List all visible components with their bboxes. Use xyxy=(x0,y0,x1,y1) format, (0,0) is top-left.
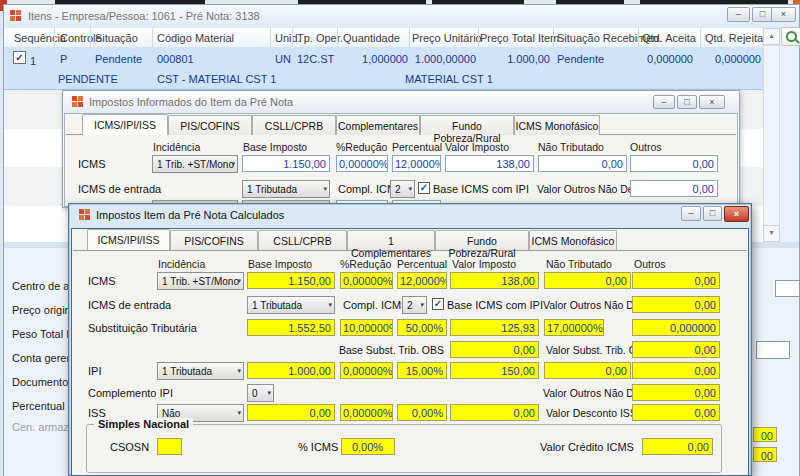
col-header-tp-oper[interactable]: Tp. Oper. xyxy=(297,32,343,44)
tab-1-complementares[interactable]: 1 Complementares xyxy=(347,230,435,250)
iss-outros-field[interactable]: 0,00 xyxy=(632,404,720,421)
ipi-valor-field[interactable]: 150,00 xyxy=(450,362,539,379)
icms-outros-field[interactable]: 0,00 xyxy=(632,272,720,289)
tab-pis-cofins[interactable]: PIS/COFINS xyxy=(168,115,252,135)
icms-reducao-field[interactable]: 0,00000% xyxy=(340,272,393,289)
ipi-reducao-field[interactable]: 0,00000% xyxy=(340,362,393,379)
cell-qtd-aceita: 0,000000 xyxy=(625,53,693,65)
pct-icms-field[interactable]: 0,00% xyxy=(341,438,395,455)
icms-base-field[interactable]: 1.150,00 xyxy=(247,272,335,289)
icms-valor-field[interactable]: 138,00 xyxy=(445,155,534,172)
tab-csll-cprb[interactable]: CSLL/CPRB xyxy=(258,230,347,250)
maximize-icon: □ xyxy=(760,9,765,19)
scrollbar-track[interactable] xyxy=(763,45,780,226)
icms-outros-field[interactable]: 0,00 xyxy=(630,155,718,172)
column-separator xyxy=(270,28,271,47)
calc-minimize-button[interactable]: – xyxy=(681,206,701,221)
col-header-qtd-aceita[interactable]: Qtd. Aceita xyxy=(642,32,696,44)
row-checkbox[interactable]: ✓ xyxy=(13,51,26,64)
column-separator xyxy=(409,28,410,47)
tab-csll-cprb[interactable]: CSLL/CPRB xyxy=(252,115,336,135)
icms-incidencia-dropdown[interactable]: 1 Trib. +ST/Mono ▾ xyxy=(157,272,244,290)
compl-icms-label: Compl. ICMS xyxy=(343,299,408,311)
chevron-down-icon: ▾ xyxy=(328,301,332,309)
maximize-button[interactable]: □ xyxy=(752,7,773,22)
subst-percentual-field[interactable]: 50,00% xyxy=(397,319,447,336)
tab-fundo-pobreza[interactable]: Fundo Pobreza/Rural xyxy=(420,115,514,135)
iss-valor-field[interactable]: 0,00 xyxy=(450,404,539,421)
calc-close-button[interactable]: × xyxy=(724,206,749,222)
subst-outros-field[interactable]: 0,000000 xyxy=(632,319,720,336)
yellow-field-fragment[interactable]: 00 xyxy=(753,447,777,462)
tab-pis-cofins[interactable]: PIS/COFINS xyxy=(170,230,258,250)
cell-material-desc2: MATERIAL CST 1 xyxy=(405,73,493,85)
ipi-incidencia-dropdown[interactable]: 1 Tributada ▾ xyxy=(157,362,244,380)
col-header-situacao[interactable]: Situação xyxy=(95,32,138,44)
iss-reducao-field[interactable]: 0,00000% xyxy=(340,404,393,421)
dropdown-value: 1 Trib. +ST/Mono xyxy=(157,159,234,170)
base-icms-ipi-label: Base ICMS com IPI xyxy=(447,299,543,311)
icms-incidencia-dropdown[interactable]: 1 Trib. +ST/Mono ▾ xyxy=(152,155,238,173)
tab-icms-ipi-iss[interactable]: ICMS/IPI/ISS xyxy=(82,114,168,135)
search-button[interactable] xyxy=(781,27,800,46)
compl-icms-dropdown[interactable]: 2 ▾ xyxy=(390,180,415,198)
calc-maximize-button[interactable]: □ xyxy=(703,206,722,221)
col-header-sequencia[interactable]: Sequência xyxy=(14,32,66,44)
ipi-nao-tributado-field[interactable]: 0,00 xyxy=(544,362,631,379)
icms-entrada-dropdown[interactable]: 1 Tributada ▾ xyxy=(242,180,330,198)
app-icon xyxy=(10,10,21,21)
col-header-preco-unitario[interactable]: Preço Unitário xyxy=(412,32,482,44)
tab-fundo-pobreza[interactable]: Fundo Pobreza/Rural xyxy=(435,230,529,250)
icms-percentual-field[interactable]: 12,0000% xyxy=(392,155,441,172)
subst-reducao-field[interactable]: 10,00000% xyxy=(340,319,393,336)
subst-base-field[interactable]: 1.552,50 xyxy=(247,319,335,336)
col-header-preco-total[interactable]: Preço Total Item xyxy=(480,32,559,44)
items-window-title: Itens - Empresa/Pessoa: 1061 - Pré Nota:… xyxy=(28,10,260,22)
valor-outros-nd-field[interactable]: 0,00 xyxy=(632,296,720,313)
valor-credito-icms-field[interactable]: 0,00 xyxy=(642,438,713,455)
icms-valor-field[interactable]: 138,00 xyxy=(450,272,539,289)
cell-sit-recebimento: Pendente xyxy=(557,53,604,65)
ipi-base-field[interactable]: 1.000,00 xyxy=(247,362,335,379)
compl-ipi-outros-field[interactable]: 0,00 xyxy=(632,384,720,401)
informed-maximize-button[interactable]: □ xyxy=(677,95,697,109)
icms-base-field[interactable]: 1.150,00 xyxy=(242,155,330,172)
compl-icms-dropdown[interactable]: 2 ▾ xyxy=(402,296,427,314)
close-button[interactable]: × xyxy=(771,7,796,22)
iss-base-field[interactable]: 0,00 xyxy=(247,404,335,421)
valor-outros-nd-field[interactable]: 0,00 xyxy=(630,180,718,197)
icms-nao-tributado-field[interactable]: 0,00 xyxy=(538,155,627,172)
input-fragment[interactable] xyxy=(775,280,800,297)
valor-desconto-iss-label: Valor Desconto ISS xyxy=(546,407,637,419)
csosn-field[interactable] xyxy=(157,438,182,455)
minimize-button[interactable]: – xyxy=(727,7,750,22)
yellow-field-fragment[interactable]: 00 xyxy=(753,427,777,442)
icms-nao-tributado-field[interactable]: 0,00 xyxy=(544,272,631,289)
base-icms-ipi-checkbox[interactable]: ✓ xyxy=(418,182,430,194)
informed-close-button[interactable]: × xyxy=(699,95,725,109)
tab-complementares[interactable]: Complementares xyxy=(336,115,420,135)
col-header-codigo-material[interactable]: Código Material xyxy=(157,32,234,44)
complemento-ipi-dropdown[interactable]: 0 ▾ xyxy=(247,384,274,402)
base-icms-ipi-checkbox[interactable]: ✓ xyxy=(432,298,444,310)
scrollbar-down-button[interactable]: ▾ xyxy=(763,225,780,242)
cell-qtd-rejeitada: 0,000000 xyxy=(693,53,761,65)
col-header-quantidade[interactable]: Quantidade xyxy=(343,32,400,44)
informed-minimize-button[interactable]: – xyxy=(653,95,675,109)
icms-entrada-dropdown[interactable]: 1 Tributada ▾ xyxy=(247,296,335,314)
valor-subst-obs-field[interactable]: 0,00 xyxy=(632,341,720,358)
icms-percentual-field[interactable]: 12,0000% xyxy=(397,272,447,289)
tab-icms-monofasico[interactable]: ICMS Monofásico xyxy=(514,115,600,135)
tab-icms-monofasico[interactable]: ICMS Monofásico xyxy=(529,230,617,250)
scrollbar-up-button[interactable]: ▴ xyxy=(763,28,780,45)
input-fragment[interactable] xyxy=(756,341,790,359)
close-icon: × xyxy=(734,209,739,219)
subst-st-percentual-field[interactable]: 17,00000% xyxy=(544,319,604,336)
icms-reducao-field[interactable]: 0,00000% xyxy=(336,155,388,172)
tab-icms-ipi-iss[interactable]: ICMS/IPI/ISS xyxy=(87,229,170,250)
base-subst-obs-field[interactable]: 0,00 xyxy=(450,341,539,358)
subst-valor-field[interactable]: 125,93 xyxy=(450,319,539,336)
iss-percentual-field[interactable]: 0,00% xyxy=(397,404,447,421)
ipi-outros-field[interactable]: 0,00 xyxy=(632,362,720,379)
ipi-percentual-field[interactable]: 15,00% xyxy=(397,362,447,379)
